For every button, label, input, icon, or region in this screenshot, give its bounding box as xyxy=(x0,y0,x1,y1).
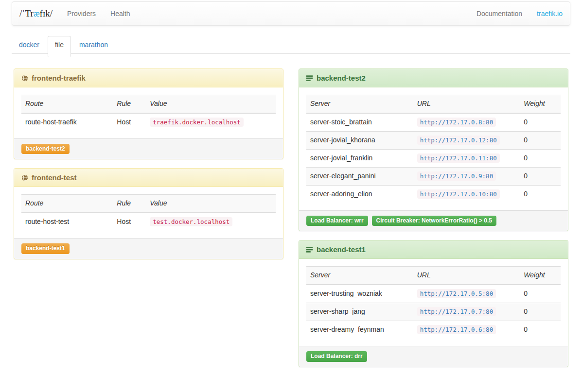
panel-frontend-traefik: frontend-traefik Route Rule Value route-… xyxy=(14,68,283,159)
server-url-link[interactable]: http://172.17.0.10:80 xyxy=(417,189,500,199)
panel-footer: Load Balancer: wrr Circuit Breaker: Netw… xyxy=(299,210,568,231)
load-balancer-badge: Load Balancer: wrr xyxy=(306,216,368,226)
server-url-link[interactable]: http://172.17.0.5:80 xyxy=(417,289,496,298)
table-row: route-host-test Host test.docker.localho… xyxy=(21,213,276,231)
server-weight: 0 xyxy=(520,131,561,149)
col-weight: Weight xyxy=(520,267,561,285)
table-row: server-stoic_brattain http://172.17.0.8:… xyxy=(306,113,561,131)
table-row: server-dreamy_feynman http://172.17.0.6:… xyxy=(306,321,561,339)
server-name: server-adoring_elion xyxy=(306,185,413,203)
panel-heading: backend-test1 xyxy=(299,240,568,259)
backend-badge: backend-test2 xyxy=(21,144,70,154)
route-rule: Host xyxy=(113,213,146,231)
backend-badge: backend-test1 xyxy=(21,243,70,254)
server-url-link[interactable]: http://172.17.0.7:80 xyxy=(417,307,496,316)
route-value-code: test.docker.localhost xyxy=(150,217,232,226)
col-url: URL xyxy=(413,267,520,285)
table-row: server-jovial_khorana http://172.17.0.12… xyxy=(306,131,561,149)
table-row: server-jovial_franklin http://172.17.0.1… xyxy=(306,149,561,167)
servers-table: Server URL Weight server-stoic_brattain … xyxy=(306,95,561,203)
panel-title: frontend-test xyxy=(32,173,77,182)
route-name: route-host-test xyxy=(21,213,113,231)
circuit-breaker-badge: Circuit Breaker: NetworkErrorRatio() > 0… xyxy=(372,216,496,226)
server-name: server-jovial_franklin xyxy=(306,149,413,167)
route-value-code: traefik.docker.localhost xyxy=(150,118,244,127)
panel-backend-test1: backend-test1 Server URL Weight server-t… xyxy=(299,240,568,367)
server-name: server-jovial_khorana xyxy=(306,131,413,149)
server-url-link[interactable]: http://172.17.0.8:80 xyxy=(417,118,496,127)
server-weight: 0 xyxy=(520,149,561,167)
frontends-column: frontend-traefik Route Rule Value route-… xyxy=(14,68,283,268)
servers-table: Server URL Weight server-trusting_woznia… xyxy=(306,266,561,339)
tab-docker[interactable]: docker xyxy=(12,36,47,53)
col-server: Server xyxy=(306,267,413,285)
panel-body: Route Rule Value route-host-test Host te… xyxy=(14,187,283,238)
panel-backend-test2: backend-test2 Server URL Weight server-s… xyxy=(299,68,568,231)
table-header-row: Server URL Weight xyxy=(306,95,561,113)
panel-heading: backend-test2 xyxy=(299,69,568,87)
panel-body: Server URL Weight server-stoic_brattain … xyxy=(299,87,568,210)
server-url-link[interactable]: http://172.17.0.12:80 xyxy=(417,136,500,145)
nav-documentation[interactable]: Documentation xyxy=(469,2,529,25)
server-weight: 0 xyxy=(520,113,561,131)
tab-file[interactable]: file xyxy=(48,36,71,57)
server-weight: 0 xyxy=(520,185,561,203)
server-weight: 0 xyxy=(520,303,561,321)
brand-logo[interactable]: /ˈTræfɪk/ xyxy=(12,2,60,25)
table-header-row: Route Rule Value xyxy=(21,95,276,113)
panel-body: Route Rule Value route-host-traefik Host… xyxy=(14,87,283,138)
panel-footer: backend-test1 xyxy=(14,238,283,258)
nav-providers[interactable]: Providers xyxy=(60,2,103,25)
panel-heading: frontend-test xyxy=(14,169,283,187)
panel-footer: backend-test2 xyxy=(14,138,283,159)
col-value: Value xyxy=(146,95,276,113)
route-rule: Host xyxy=(113,113,146,131)
globe-icon xyxy=(21,174,28,181)
table-header-row: Server URL Weight xyxy=(306,267,561,285)
panel-title: backend-test1 xyxy=(317,245,366,254)
server-name: server-trusting_wozniak xyxy=(306,285,413,303)
brand-accent-letter: æ xyxy=(34,8,40,19)
table-row: server-sharp_jang http://172.17.0.7:80 0 xyxy=(306,303,561,321)
navbar-spacer xyxy=(138,2,469,25)
panel-body: Server URL Weight server-trusting_woznia… xyxy=(299,259,568,346)
server-name: server-elegant_panini xyxy=(306,167,413,185)
brand-suffix: fɪk/ xyxy=(40,8,53,19)
tab-marathon[interactable]: marathon xyxy=(72,36,115,53)
provider-tabs: docker file marathon xyxy=(12,36,570,54)
server-name: server-stoic_brattain xyxy=(306,113,413,131)
navbar: /ˈTræfɪk/ Providers Health Documentation… xyxy=(12,1,570,26)
server-url-link[interactable]: http://172.17.0.6:80 xyxy=(417,325,496,334)
brand-prefix: /ˈTr xyxy=(19,8,34,19)
panel-frontend-test: frontend-test Route Rule Value route-hos… xyxy=(14,168,283,259)
panel-title: frontend-traefik xyxy=(32,74,86,82)
col-route: Route xyxy=(21,95,113,113)
server-weight: 0 xyxy=(520,321,561,339)
nav-traefik-io[interactable]: traefik.io xyxy=(529,2,570,25)
route-name: route-host-traefik xyxy=(21,113,113,131)
tasks-icon xyxy=(306,75,313,82)
server-url-link[interactable]: http://172.17.0.11:80 xyxy=(417,153,500,163)
nav-health[interactable]: Health xyxy=(103,2,137,25)
col-server: Server xyxy=(306,95,413,113)
server-weight: 0 xyxy=(520,285,561,303)
server-name: server-sharp_jang xyxy=(306,303,413,321)
table-row: server-elegant_panini http://172.17.0.9:… xyxy=(306,167,561,185)
col-rule: Rule xyxy=(113,195,146,213)
panel-heading: frontend-traefik xyxy=(14,69,283,87)
server-url-link[interactable]: http://172.17.0.9:80 xyxy=(417,171,496,181)
server-name: server-dreamy_feynman xyxy=(306,321,413,339)
col-value: Value xyxy=(146,195,276,213)
tasks-icon xyxy=(306,246,313,253)
col-route: Route xyxy=(21,195,113,213)
panel-title: backend-test2 xyxy=(317,74,366,82)
col-rule: Rule xyxy=(113,95,146,113)
globe-icon xyxy=(21,75,28,82)
server-weight: 0 xyxy=(520,167,561,185)
col-url: URL xyxy=(413,95,520,113)
backends-column: backend-test2 Server URL Weight server-s… xyxy=(299,68,568,376)
routes-table: Route Rule Value route-host-test Host te… xyxy=(21,194,276,231)
col-weight: Weight xyxy=(520,95,561,113)
load-balancer-badge: Load Balancer: drr xyxy=(306,351,367,361)
panel-footer: Load Balancer: drr xyxy=(299,346,568,366)
